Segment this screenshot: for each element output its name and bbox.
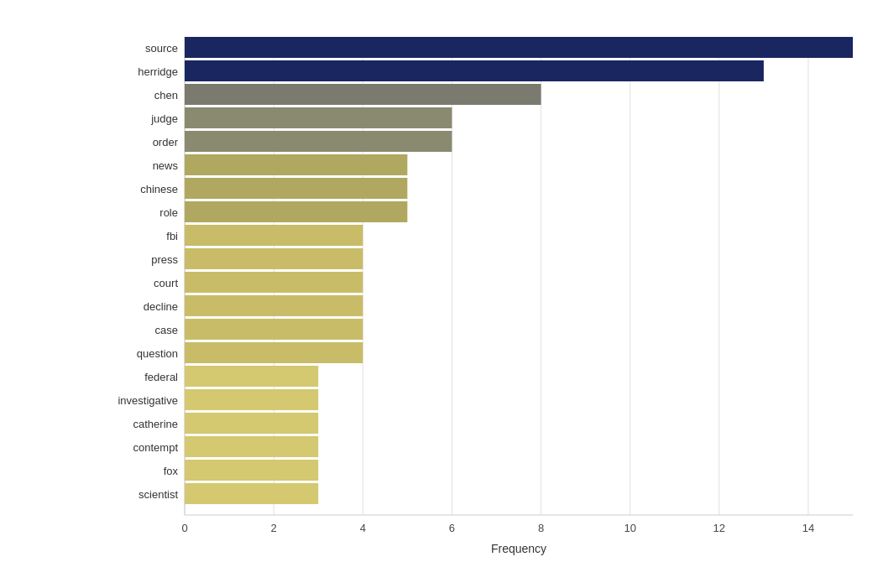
- svg-text:role: role: [159, 206, 178, 219]
- svg-rect-36: [185, 248, 363, 269]
- svg-text:contempt: contempt: [133, 441, 179, 454]
- svg-rect-44: [185, 342, 363, 363]
- svg-text:scientist: scientist: [138, 488, 178, 501]
- svg-rect-22: [185, 84, 541, 105]
- svg-text:14: 14: [802, 522, 814, 534]
- svg-text:herridge: herridge: [138, 65, 178, 78]
- svg-rect-52: [185, 436, 318, 457]
- svg-text:judge: judge: [150, 112, 178, 125]
- svg-text:news: news: [153, 159, 179, 172]
- svg-rect-24: [185, 107, 452, 128]
- svg-text:8: 8: [538, 522, 544, 534]
- svg-rect-54: [185, 460, 318, 481]
- chart-svg: 02468101214sourceherridgechenjudgeordern…: [92, 29, 878, 557]
- svg-text:10: 10: [624, 522, 635, 534]
- svg-text:source: source: [145, 42, 178, 55]
- svg-rect-34: [185, 225, 363, 246]
- svg-text:chen: chen: [154, 89, 178, 101]
- svg-rect-56: [185, 483, 318, 504]
- svg-rect-46: [185, 366, 318, 387]
- svg-text:order: order: [153, 136, 179, 148]
- svg-text:12: 12: [713, 522, 725, 534]
- svg-text:federal: federal: [144, 371, 178, 383]
- svg-text:investigative: investigative: [118, 394, 178, 407]
- chart-container: 02468101214sourceherridgechenjudgeordern…: [0, 0, 878, 588]
- svg-rect-48: [185, 389, 318, 410]
- svg-text:fox: fox: [164, 465, 179, 477]
- svg-rect-26: [185, 131, 452, 152]
- svg-text:court: court: [154, 277, 178, 289]
- svg-text:question: question: [137, 347, 178, 360]
- svg-text:4: 4: [360, 522, 366, 534]
- svg-rect-30: [185, 178, 407, 199]
- svg-text:decline: decline: [144, 300, 178, 313]
- svg-text:fbi: fbi: [166, 230, 178, 242]
- svg-rect-32: [185, 201, 407, 222]
- svg-text:case: case: [155, 324, 178, 336]
- svg-text:0: 0: [181, 522, 187, 534]
- svg-text:6: 6: [449, 522, 455, 534]
- svg-rect-50: [185, 413, 318, 434]
- svg-text:chinese: chinese: [140, 183, 178, 195]
- svg-text:Frequency: Frequency: [491, 542, 546, 555]
- svg-text:press: press: [151, 253, 178, 266]
- svg-rect-40: [185, 295, 363, 316]
- svg-rect-42: [185, 319, 363, 340]
- svg-rect-18: [185, 37, 853, 58]
- svg-rect-38: [185, 272, 363, 293]
- svg-text:2: 2: [271, 522, 277, 534]
- svg-text:catherine: catherine: [133, 418, 178, 430]
- svg-rect-28: [185, 154, 407, 175]
- svg-rect-20: [185, 60, 764, 81]
